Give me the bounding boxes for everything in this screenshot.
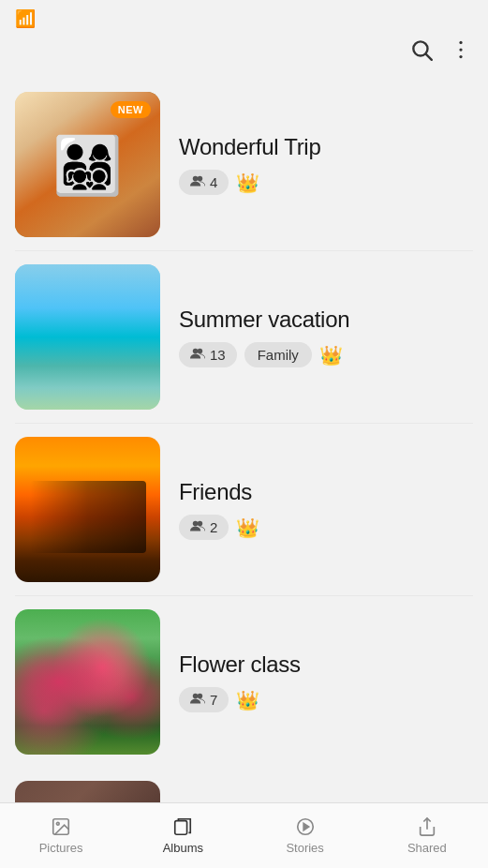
svg-point-4 [459, 55, 462, 58]
search-icon[interactable] [409, 37, 434, 67]
svg-marker-17 [303, 823, 309, 830]
svg-point-9 [193, 521, 199, 527]
nav-label-pictures: Pictures [39, 841, 83, 855]
member-count: 2 [210, 519, 217, 535]
member-count-pill: 13 [179, 342, 237, 367]
album-item[interactable]: Friends 2 👑 [15, 424, 473, 596]
header [0, 34, 488, 79]
status-bar: 📶 [0, 0, 488, 34]
svg-line-1 [426, 54, 432, 60]
member-count-pill: 2 [179, 515, 229, 540]
album-thumbnail [15, 437, 160, 582]
album-name: Wonderful Trip [179, 134, 473, 160]
crown-icon[interactable]: 👑 [236, 516, 259, 539]
crown-icon[interactable]: 👑 [236, 689, 259, 711]
nav-item-pictures[interactable]: Pictures [0, 803, 122, 868]
family-tag[interactable]: Family [244, 342, 312, 367]
album-item[interactable]: Flower class 7 👑 [15, 596, 473, 768]
album-info: Summer vacation 13 Family 👑 [179, 307, 473, 367]
svg-point-8 [198, 349, 203, 354]
wifi-icon: 📶 [15, 8, 36, 29]
people-icon [190, 174, 205, 190]
album-info: Flower class 7 👑 [179, 651, 473, 712]
member-count-pill: 7 [179, 687, 229, 712]
people-icon [190, 692, 205, 708]
people-icon [190, 347, 205, 363]
album-meta: 4 👑 [179, 170, 473, 195]
svg-point-5 [193, 176, 199, 182]
bottom-nav: Pictures Albums Stories Shared [0, 802, 488, 868]
album-name: Friends [179, 479, 473, 505]
member-count: 7 [210, 692, 217, 708]
new-badge: NEW [111, 101, 151, 118]
svg-rect-15 [175, 821, 187, 835]
svg-point-12 [198, 694, 203, 699]
album-meta: 13 Family 👑 [179, 342, 473, 367]
album-thumbnail [15, 264, 160, 410]
svg-point-7 [193, 349, 199, 354]
album-info: Wonderful Trip 4 👑 [179, 134, 473, 195]
album-thumbnail [15, 609, 160, 755]
album-name: Flower class [179, 651, 473, 678]
album-list: NEW Wonderful Trip 4 👑 [0, 79, 488, 837]
svg-point-3 [459, 48, 462, 51]
album-thumbnail: NEW [15, 92, 160, 237]
nav-item-shared[interactable]: Shared [366, 803, 488, 868]
svg-point-10 [198, 521, 203, 527]
more-options-icon[interactable] [449, 37, 473, 67]
album-name: Summer vacation [179, 307, 473, 333]
svg-point-2 [459, 41, 462, 44]
nav-label-albums: Albums [163, 841, 203, 855]
member-count: 13 [210, 347, 226, 363]
album-meta: 7 👑 [179, 687, 473, 712]
member-count: 4 [210, 174, 217, 190]
album-item[interactable]: Summer vacation 13 Family 👑 [15, 251, 473, 424]
nav-label-stories: Stories [286, 841, 323, 855]
people-icon [190, 519, 205, 535]
nav-label-shared: Shared [407, 841, 447, 855]
member-count-pill: 4 [179, 170, 229, 195]
album-item[interactable]: NEW Wonderful Trip 4 👑 [15, 79, 473, 251]
svg-point-14 [57, 822, 60, 825]
svg-point-11 [193, 694, 199, 699]
svg-point-6 [198, 176, 203, 182]
album-info: Friends 2 👑 [179, 479, 473, 540]
crown-icon[interactable]: 👑 [319, 344, 343, 367]
nav-item-stories[interactable]: Stories [244, 803, 366, 868]
album-meta: 2 👑 [179, 515, 473, 540]
crown-icon[interactable]: 👑 [236, 172, 259, 194]
nav-item-albums[interactable]: Albums [122, 803, 244, 868]
